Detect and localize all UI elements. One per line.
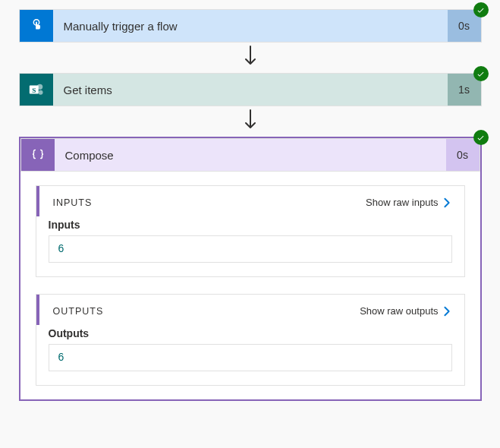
outputs-header-title: OUTPUTS [53, 306, 104, 317]
inputs-header-title: INPUTS [53, 197, 93, 208]
chevron-right-icon [442, 197, 452, 208]
svg-point-3 [36, 84, 42, 90]
touch-icon [20, 10, 53, 42]
compose-header[interactable]: Compose 0s [20, 138, 480, 172]
show-raw-outputs-label: Show raw outputs [360, 305, 438, 317]
svg-point-4 [38, 90, 42, 95]
compose-braces-icon [21, 139, 55, 171]
step-title: Get items [53, 74, 448, 106]
inputs-sublabel: Inputs [49, 219, 452, 231]
show-raw-outputs-button[interactable]: Show raw outputs [360, 305, 451, 317]
chevron-right-icon [442, 306, 452, 317]
flow-step-compose: Compose 0s INPUTS Show raw inputs Inputs… [19, 137, 482, 401]
svg-text:S: S [32, 87, 36, 94]
show-raw-inputs-label: Show raw inputs [366, 197, 438, 208]
outputs-sublabel: Outputs [49, 327, 452, 339]
step-duration: 0s [446, 139, 480, 171]
success-check-icon [473, 130, 489, 145]
step-title: Manually trigger a flow [53, 10, 448, 42]
show-raw-inputs-button[interactable]: Show raw inputs [366, 197, 451, 208]
flow-step-trigger[interactable]: Manually trigger a flow 0s [19, 9, 482, 43]
success-check-icon [473, 2, 489, 17]
step-title: Compose [55, 139, 446, 171]
sharepoint-icon: S [20, 74, 53, 106]
outputs-panel: OUTPUTS Show raw outputs Outputs 6 [36, 294, 465, 386]
outputs-value: 6 [49, 344, 452, 371]
flow-arrow-icon [9, 108, 491, 134]
flow-arrow-icon [9, 44, 491, 70]
inputs-value: 6 [49, 235, 452, 263]
success-check-icon [473, 66, 489, 81]
inputs-panel: INPUTS Show raw inputs Inputs 6 [36, 185, 465, 277]
flow-step-getitems[interactable]: S Get items 1s [19, 73, 482, 106]
